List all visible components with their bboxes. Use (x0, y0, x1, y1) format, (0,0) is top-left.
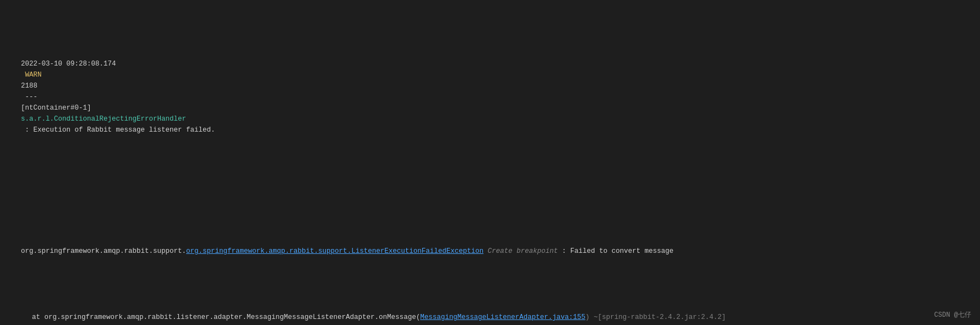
main-exception-line: org.springframework.amqp.rabbit.support.… (4, 235, 976, 268)
blank-line (4, 180, 976, 191)
frame-at-0: at org.springframework.amqp.rabbit.liste… (32, 313, 420, 321)
timestamp: 2022-03-10 09:28:08.174 (21, 60, 116, 68)
breakpoint-label[interactable]: Create breakpoint (483, 247, 558, 255)
frame-jar-0: ) ~[spring-rabbit-2.4.2.jar:2.4.2] (585, 313, 726, 321)
watermark: CSDN @七仔 (934, 310, 971, 319)
thread-name: [ntContainer#0-1] (21, 104, 91, 112)
log-header-line: 2022-03-10 09:28:08.174 WARN 2188 --- [n… (4, 47, 976, 147)
log-container: 2022-03-10 09:28:08.174 WARN 2188 --- [n… (0, 0, 980, 325)
thread-id: 2188 (21, 82, 37, 90)
stack-frame-0: at org.springframework.amqp.rabbit.liste… (4, 312, 976, 323)
exception-msg: : Failed to convert message (558, 247, 673, 255)
separator: --- (21, 93, 42, 101)
header-message: : Execution of Rabbit message listener f… (21, 126, 215, 134)
exception-prefix: org.springframework.amqp.rabbit.support. (21, 247, 186, 255)
class-name: s.a.r.l.ConditionalRejectingErrorHandler (21, 115, 186, 123)
main-exception-link[interactable]: org.springframework.amqp.rabbit.support.… (186, 247, 483, 255)
warn-level: WARN (21, 71, 46, 79)
frame-link-0[interactable]: MessagingMessageListenerAdapter.java:155 (420, 313, 585, 321)
